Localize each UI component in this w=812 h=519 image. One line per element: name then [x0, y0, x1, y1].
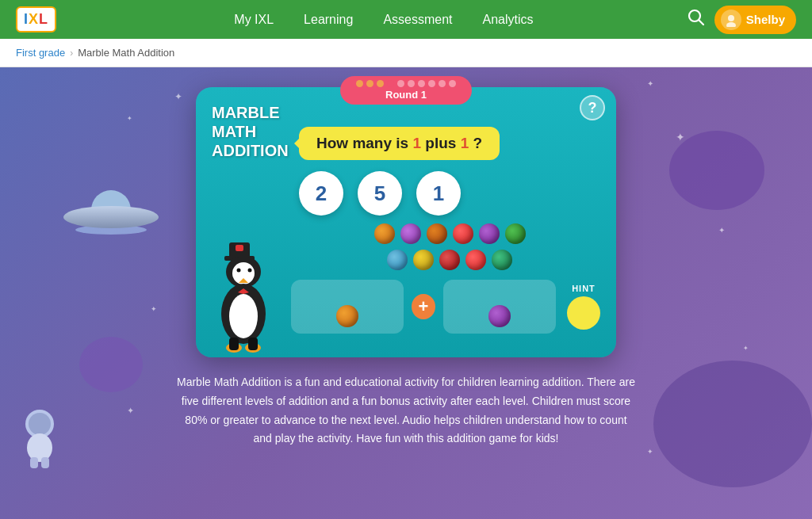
- breadcrumb: First grade › Marble Math Addition: [0, 39, 812, 67]
- plus-circle: +: [412, 294, 435, 319]
- star-deco-7: ✦: [151, 305, 157, 313]
- dot-10: [449, 80, 456, 87]
- dot-3: [377, 80, 384, 87]
- tray-right-marble: [488, 305, 511, 327]
- nav-links: My IXL Learning Assessment Analytics: [80, 8, 688, 32]
- dot-6: [408, 80, 415, 87]
- star-deco-8: ✦: [127, 406, 134, 416]
- dot-2: [366, 80, 373, 87]
- user-menu-button[interactable]: Shelby: [714, 6, 796, 34]
- breadcrumb-current: Marble Math Addition: [78, 47, 174, 59]
- dot-5: [397, 80, 404, 87]
- svg-rect-11: [236, 245, 243, 251]
- marble-3: [427, 223, 447, 244]
- round-badge: Round 1: [340, 76, 472, 105]
- game-card: Round 1 ? MARBLE MATH ADDITION: [196, 87, 616, 357]
- svg-point-5: [29, 413, 51, 435]
- dot-9: [439, 80, 446, 87]
- tray-area: + HINT: [291, 280, 600, 342]
- question-area: How many is 1 plus 1 ? 2 5 1: [299, 127, 600, 216]
- user-avatar-icon: [721, 10, 741, 30]
- dot-1: [356, 80, 363, 87]
- marbles-row-2: [387, 250, 512, 270]
- svg-point-20: [229, 294, 258, 338]
- right-tray[interactable]: [443, 280, 556, 334]
- svg-point-6: [27, 433, 52, 462]
- round-badge-container: Round 1: [340, 76, 472, 105]
- dot-7: [418, 80, 425, 87]
- answer-btn-1[interactable]: 2: [299, 171, 343, 216]
- marble-5: [479, 223, 500, 244]
- ufo-decoration: [63, 186, 159, 234]
- svg-point-2: [728, 15, 734, 21]
- star-deco-4: ✦: [676, 131, 685, 143]
- nav-my-ixl[interactable]: My IXL: [223, 8, 285, 32]
- star-deco-6: ✦: [743, 345, 749, 352]
- game-title: MARBLE MATH ADDITION: [212, 103, 289, 160]
- svg-point-18: [248, 269, 252, 273]
- answer-buttons: 2 5 1: [299, 171, 600, 216]
- breadcrumb-separator: ›: [70, 48, 73, 59]
- round-dots: [356, 80, 456, 87]
- marble-4: [453, 223, 473, 244]
- star-deco-9: ✦: [647, 448, 653, 456]
- search-button[interactable]: [688, 9, 705, 30]
- round-label: Round 1: [385, 89, 427, 101]
- star-deco-3: ✦: [647, 79, 653, 88]
- game-title-line2: MATH: [212, 122, 289, 141]
- svg-point-3: [726, 22, 736, 27]
- bubble-arrow: [288, 137, 301, 150]
- logo-x: X: [29, 11, 39, 27]
- breadcrumb-parent[interactable]: First grade: [16, 47, 65, 59]
- bg-blob-2: [653, 361, 812, 487]
- nav-right: Shelby: [688, 6, 796, 34]
- answer-btn-3[interactable]: 1: [416, 171, 461, 216]
- question-text-after: ?: [469, 135, 482, 151]
- hint-area: HINT: [567, 284, 600, 330]
- question-text-plus: plus: [421, 135, 461, 151]
- svg-line-1: [699, 21, 703, 25]
- marbles-display: [299, 223, 600, 270]
- marbles-row-1: [374, 223, 526, 244]
- question-num1: 1: [412, 135, 421, 151]
- marble-2: [400, 223, 421, 244]
- description-text: Marble Math Addition is a fun and educat…: [160, 373, 652, 448]
- navbar: IXL My IXL Learning Assessment Analytics…: [0, 0, 812, 39]
- nav-learning[interactable]: Learning: [293, 8, 364, 32]
- star-deco-5: ✦: [718, 226, 725, 235]
- spaceman-decoration: [16, 408, 63, 471]
- question-num2: 1: [461, 135, 469, 151]
- marble-8: [413, 250, 434, 270]
- answer-btn-2[interactable]: 5: [358, 171, 402, 216]
- svg-rect-7: [30, 457, 38, 468]
- main-content: ✦ ✦ ✦ ✦ ✦ ✦ ✦ ✦ ✦: [0, 67, 812, 519]
- game-title-line1: MARBLE: [212, 103, 289, 122]
- game-title-line3: ADDITION: [212, 141, 289, 160]
- star-deco-2: ✦: [127, 115, 132, 122]
- hint-circle[interactable]: [567, 296, 600, 330]
- ixl-logo[interactable]: IXL: [16, 6, 56, 32]
- marble-9: [439, 250, 460, 270]
- dot-8: [428, 80, 435, 87]
- star-deco-1: ✦: [174, 91, 182, 102]
- bg-blob-3: [79, 337, 143, 392]
- marble-10: [465, 250, 486, 270]
- svg-rect-24: [229, 338, 239, 350]
- tray-left-marble: [336, 305, 358, 327]
- nav-assessment[interactable]: Assessment: [372, 8, 463, 32]
- penguin: [204, 239, 283, 357]
- marble-1: [374, 223, 395, 244]
- speech-bubble: How many is 1 plus 1 ?: [299, 127, 500, 160]
- dot-4: [387, 80, 394, 87]
- nav-analytics[interactable]: Analytics: [472, 8, 545, 32]
- logo-l: L: [39, 11, 48, 27]
- svg-rect-25: [248, 338, 258, 350]
- svg-rect-8: [41, 457, 49, 468]
- left-tray[interactable]: [291, 280, 404, 334]
- user-name: Shelby: [746, 13, 785, 26]
- ufo-body: [63, 206, 159, 228]
- question-text-before: How many is: [316, 135, 412, 151]
- marble-11: [492, 250, 512, 270]
- svg-point-17: [237, 269, 241, 273]
- help-button[interactable]: ?: [580, 95, 605, 120]
